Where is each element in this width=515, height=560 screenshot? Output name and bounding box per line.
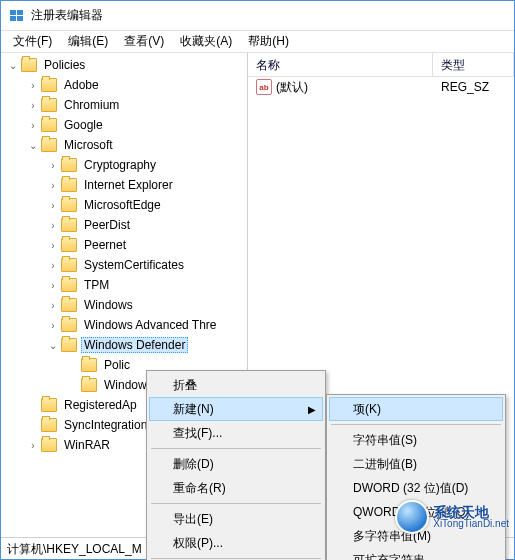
folder-icon bbox=[81, 358, 97, 372]
folder-icon bbox=[41, 418, 57, 432]
watermark-url: XiTongTianDi.net bbox=[433, 519, 509, 529]
chevron-down-icon[interactable]: ⌄ bbox=[45, 340, 61, 351]
chevron-right-icon[interactable]: › bbox=[25, 440, 41, 451]
chevron-right-icon[interactable]: › bbox=[45, 280, 61, 291]
menu-delete[interactable]: 删除(D) bbox=[149, 452, 323, 476]
svg-rect-1 bbox=[17, 10, 23, 15]
context-submenu-new: 项(K) 字符串值(S) 二进制值(B) DWORD (32 位)值(D) QW… bbox=[326, 394, 506, 560]
context-menu-main: 折叠 新建(N)▶ 查找(F)... 删除(D) 重命名(R) 导出(E) 权限… bbox=[146, 370, 326, 560]
tree-item-google[interactable]: ›Google bbox=[1, 115, 247, 135]
submenu-key[interactable]: 项(K) bbox=[329, 397, 503, 421]
chevron-right-icon[interactable]: › bbox=[45, 220, 61, 231]
globe-icon bbox=[395, 500, 429, 534]
watermark-title: 系统天地 bbox=[433, 505, 509, 519]
menu-help[interactable]: 帮助(H) bbox=[240, 31, 297, 52]
folder-icon bbox=[61, 218, 77, 232]
app-icon bbox=[9, 8, 25, 24]
column-header-type[interactable]: 类型 bbox=[433, 53, 514, 76]
menu-favorites[interactable]: 收藏夹(A) bbox=[172, 31, 240, 52]
tree-item-peerdist[interactable]: ›PeerDist bbox=[1, 215, 247, 235]
tree-item-peernet[interactable]: ›Peernet bbox=[1, 235, 247, 255]
folder-icon bbox=[61, 318, 77, 332]
submenu-expand-string[interactable]: 可扩充字符串 bbox=[329, 548, 503, 560]
window-title: 注册表编辑器 bbox=[31, 7, 103, 24]
svg-rect-3 bbox=[17, 16, 23, 21]
svg-rect-2 bbox=[10, 16, 16, 21]
submenu-dword[interactable]: DWORD (32 位)值(D) bbox=[329, 476, 503, 500]
folder-icon bbox=[61, 278, 77, 292]
folder-icon bbox=[41, 138, 57, 152]
value-type: REG_SZ bbox=[441, 80, 489, 94]
tree-item-chromium[interactable]: ›Chromium bbox=[1, 95, 247, 115]
folder-icon bbox=[61, 258, 77, 272]
folder-icon bbox=[81, 378, 97, 392]
tree-item-microsoft[interactable]: ⌄Microsoft bbox=[1, 135, 247, 155]
chevron-right-icon[interactable]: › bbox=[45, 260, 61, 271]
column-header-name[interactable]: 名称 bbox=[248, 53, 433, 76]
tree-item-tpm[interactable]: ›TPM bbox=[1, 275, 247, 295]
list-row-default[interactable]: ab (默认) REG_SZ bbox=[248, 77, 514, 97]
chevron-down-icon[interactable]: ⌄ bbox=[25, 140, 41, 151]
menubar: 文件(F) 编辑(E) 查看(V) 收藏夹(A) 帮助(H) bbox=[1, 31, 514, 53]
chevron-right-icon[interactable]: › bbox=[45, 300, 61, 311]
menu-separator bbox=[151, 448, 321, 449]
tree-item-windows-advanced-threat[interactable]: ›Windows Advanced Thre bbox=[1, 315, 247, 335]
tree-item-windows-defender[interactable]: ⌄Windows Defender bbox=[1, 335, 247, 355]
chevron-right-icon[interactable]: › bbox=[45, 160, 61, 171]
menu-new[interactable]: 新建(N)▶ bbox=[149, 397, 323, 421]
titlebar[interactable]: 注册表编辑器 bbox=[1, 1, 514, 31]
folder-icon bbox=[41, 98, 57, 112]
string-value-icon: ab bbox=[256, 79, 272, 95]
menu-separator bbox=[151, 503, 321, 504]
folder-icon bbox=[61, 298, 77, 312]
menu-separator bbox=[331, 424, 501, 425]
tree-item-policies[interactable]: ⌄Policies bbox=[1, 55, 247, 75]
folder-icon bbox=[21, 58, 37, 72]
watermark: 系统天地 XiTongTianDi.net bbox=[395, 500, 509, 534]
chevron-right-icon[interactable]: › bbox=[45, 180, 61, 191]
status-path: 计算机\HKEY_LOCAL_M bbox=[7, 542, 142, 556]
folder-icon bbox=[41, 118, 57, 132]
folder-icon bbox=[41, 398, 57, 412]
chevron-right-icon[interactable]: › bbox=[25, 120, 41, 131]
folder-icon bbox=[41, 78, 57, 92]
menu-export[interactable]: 导出(E) bbox=[149, 507, 323, 531]
value-name: (默认) bbox=[276, 79, 308, 96]
chevron-right-icon[interactable]: › bbox=[45, 240, 61, 251]
folder-icon bbox=[61, 198, 77, 212]
menu-view[interactable]: 查看(V) bbox=[116, 31, 172, 52]
menu-edit[interactable]: 编辑(E) bbox=[60, 31, 116, 52]
submenu-arrow-icon: ▶ bbox=[308, 404, 316, 415]
folder-icon bbox=[61, 178, 77, 192]
folder-icon bbox=[41, 438, 57, 452]
svg-rect-0 bbox=[10, 10, 16, 15]
tree-item-cryptography[interactable]: ›Cryptography bbox=[1, 155, 247, 175]
list-header: 名称 类型 bbox=[248, 53, 514, 77]
menu-collapse[interactable]: 折叠 bbox=[149, 373, 323, 397]
chevron-right-icon[interactable]: › bbox=[25, 100, 41, 111]
folder-icon bbox=[61, 158, 77, 172]
menu-find[interactable]: 查找(F)... bbox=[149, 421, 323, 445]
tree-item-system-certificates[interactable]: ›SystemCertificates bbox=[1, 255, 247, 275]
menu-separator bbox=[151, 558, 321, 559]
chevron-right-icon[interactable]: › bbox=[25, 80, 41, 91]
folder-icon bbox=[61, 238, 77, 252]
menu-rename[interactable]: 重命名(R) bbox=[149, 476, 323, 500]
folder-icon bbox=[61, 338, 77, 352]
menu-permissions[interactable]: 权限(P)... bbox=[149, 531, 323, 555]
tree-item-internet-explorer[interactable]: ›Internet Explorer bbox=[1, 175, 247, 195]
tree-item-adobe[interactable]: ›Adobe bbox=[1, 75, 247, 95]
chevron-right-icon[interactable]: › bbox=[45, 200, 61, 211]
menu-file[interactable]: 文件(F) bbox=[5, 31, 60, 52]
tree-item-windows[interactable]: ›Windows bbox=[1, 295, 247, 315]
submenu-string[interactable]: 字符串值(S) bbox=[329, 428, 503, 452]
chevron-right-icon[interactable]: › bbox=[45, 320, 61, 331]
chevron-down-icon[interactable]: ⌄ bbox=[5, 60, 21, 71]
submenu-binary[interactable]: 二进制值(B) bbox=[329, 452, 503, 476]
tree-item-microsoft-edge[interactable]: ›MicrosoftEdge bbox=[1, 195, 247, 215]
